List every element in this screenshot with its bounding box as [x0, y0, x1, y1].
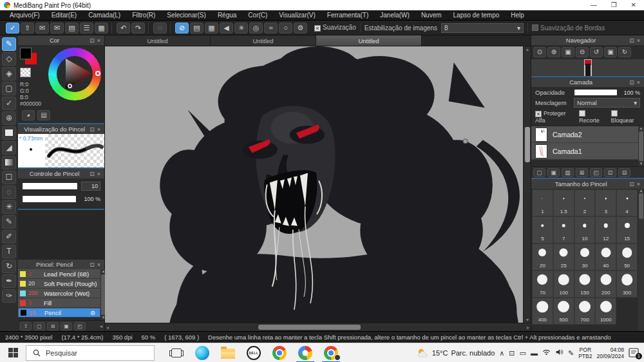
popout-icon[interactable]: ⊡ — [628, 79, 636, 86]
sv-triangle[interactable] — [48, 48, 101, 100]
scroll-right-icon[interactable]: ▸ — [527, 325, 529, 330]
document-tab[interactable]: Untitled — [105, 35, 211, 46]
rotate-left-icon[interactable]: ↺ — [590, 47, 603, 57]
new-1bit-layer-icon[interactable]: ▥ — [562, 168, 574, 177]
brush-size-cell[interactable]: 1 — [532, 189, 553, 216]
collapse-icon[interactable]: ◂ — [100, 323, 102, 329]
move-tool[interactable]: ⊕ — [2, 111, 16, 125]
close-icon[interactable]: × — [96, 126, 102, 133]
brush-item[interactable]: 5Fill — [18, 298, 100, 308]
lasso-tool[interactable]: ◌ — [2, 186, 16, 199]
hue-marker[interactable] — [95, 71, 100, 76]
popout-icon[interactable]: ⊡ — [628, 181, 636, 187]
menu-help[interactable]: Help — [505, 10, 530, 21]
file-explorer-icon[interactable] — [215, 343, 241, 362]
foreground-color-swatch[interactable] — [20, 48, 32, 59]
brush-size-cell[interactable]: 200 — [595, 271, 616, 298]
scroll-left-icon[interactable]: ◂ — [106, 325, 109, 330]
close-icon[interactable]: × — [96, 171, 102, 177]
display-icon[interactable]: ▭ — [520, 349, 526, 357]
volume-icon[interactable] — [555, 348, 564, 357]
brush-size-cell[interactable]: 300 — [616, 271, 638, 298]
shape-brush-tool[interactable]: ▢ — [2, 82, 16, 95]
zoom-in-icon[interactable]: ⊕ — [547, 47, 560, 57]
list-icon[interactable]: ☰ — [80, 23, 93, 33]
snap-indicator-icon[interactable]: ◌ — [153, 23, 167, 33]
close-icon[interactable]: × — [96, 37, 102, 44]
battery-icon[interactable]: ▬ — [531, 349, 538, 357]
popout-icon[interactable]: ⊡ — [88, 37, 96, 44]
rotate-right-icon[interactable]: ↻ — [618, 47, 631, 57]
brush-size-value[interactable]: 10 — [81, 182, 100, 191]
menu-janelaw[interactable]: Janela(W) — [374, 10, 415, 21]
magic-wand-tool[interactable]: ✳ — [2, 200, 16, 214]
canvas-vscrollbar[interactable]: ▲ ▼ — [523, 46, 531, 323]
document-tab[interactable]: Untitled — [316, 35, 422, 46]
menu-filtror[interactable]: Filtro(R) — [126, 10, 161, 21]
brush-size-cell[interactable]: 2 — [574, 189, 596, 216]
document-icon[interactable]: ▤ — [65, 23, 79, 33]
duplicate-layer-icon[interactable]: ⊡ — [604, 168, 616, 177]
snap-off-icon[interactable]: ⊘ — [175, 23, 189, 33]
bucket-tool[interactable]: ◢ — [2, 141, 16, 155]
brush-size-cell[interactable]: 10 — [574, 216, 596, 243]
grid-edit-icon[interactable]: ▦ — [95, 23, 108, 33]
new-brush-menu-icon[interactable]: ⊞ — [47, 322, 59, 330]
comment-icon[interactable]: ✉ — [35, 23, 49, 33]
popout-icon[interactable]: ⊡ — [628, 37, 636, 44]
text-tool[interactable]: T — [2, 245, 16, 258]
menu-visualizarv[interactable]: Visualizar(V) — [273, 10, 321, 21]
chevron-up-icon[interactable]: ∧ — [499, 349, 504, 357]
close-button[interactable]: ✕ — [631, 1, 636, 10]
eraser-tool[interactable]: ◇ — [2, 52, 16, 66]
zoom-out-icon[interactable]: ⊖ — [576, 47, 589, 57]
snap-grid-icon[interactable]: ▦ — [205, 23, 218, 33]
snap-concentric-icon[interactable]: ◎ — [249, 23, 263, 33]
menu-selecionars[interactable]: Selecionar(S) — [161, 10, 212, 21]
task-view-icon[interactable] — [164, 343, 189, 362]
palette-set-icon[interactable]: ▤ — [37, 110, 50, 120]
restore-button[interactable]: ❐ — [611, 1, 617, 10]
new-8bit-layer-icon[interactable]: ▣ — [547, 168, 560, 177]
eyedropper-tool[interactable]: ✒ — [2, 274, 16, 288]
layer-row[interactable]: 1Camada2 — [531, 126, 638, 143]
select-eraser-tool[interactable]: ✐ — [2, 230, 16, 243]
search-input[interactable]: Pesquisar — [26, 345, 155, 361]
brush-folder-icon[interactable]: ◰ — [74, 322, 86, 330]
layer-check-bloquear[interactable]: Bloquear — [611, 110, 640, 124]
transparent-color-swatch[interactable] — [20, 68, 31, 77]
cloud-brush-icon[interactable]: ⇧ — [20, 322, 32, 330]
menu-arquivof[interactable]: Arquivo(F) — [4, 10, 46, 21]
select-rect-tool[interactable]: ☐ — [2, 171, 16, 184]
brush-size-cell[interactable]: 3 — [595, 189, 616, 216]
new-layer-icon[interactable]: ▢ — [533, 168, 545, 177]
brush-size-cell[interactable]: 50 — [616, 243, 638, 271]
snap-parallel-icon[interactable]: ▤ — [190, 23, 204, 33]
pen-icon[interactable]: ✎ — [568, 349, 574, 357]
brush-tool[interactable]: ✎ — [2, 37, 16, 51]
hscrollbar-thumb[interactable] — [258, 325, 361, 330]
notification-center-icon[interactable]: 1 — [629, 348, 640, 358]
smudge-tool[interactable]: ◈ — [2, 67, 16, 81]
brush-size-cell[interactable]: 400 — [532, 298, 553, 325]
snap-curve-icon[interactable]: ≈ — [264, 23, 278, 33]
wifi-icon[interactable] — [542, 348, 551, 357]
save-icon[interactable]: ✓ — [6, 23, 19, 33]
brush-size-cell[interactable]: 20 — [532, 243, 553, 271]
layer-scrollbar[interactable]: ▲▼ — [638, 126, 644, 166]
start-button[interactable] — [0, 343, 26, 362]
menu-camadal[interactable]: Camada(L) — [82, 10, 126, 21]
menu-corc[interactable]: Cor(C) — [242, 10, 273, 21]
stabilization-select[interactable]: 8▾ — [441, 23, 524, 33]
canvas-artwork[interactable] — [105, 46, 523, 323]
fit-window-icon[interactable]: ▣ — [562, 47, 574, 57]
export-icon[interactable]: ⇧ — [21, 23, 34, 33]
zoom-spec-icon[interactable]: ⊙ — [533, 47, 546, 57]
snap-radial-icon[interactable]: ✳ — [234, 23, 248, 33]
redo-icon[interactable]: ↷ — [131, 23, 145, 33]
brush-size-slider[interactable] — [22, 182, 78, 190]
vscrollbar-thumb[interactable] — [525, 127, 530, 162]
snap-ellipse-icon[interactable]: ○ — [279, 23, 292, 33]
fit-screen-icon[interactable]: ▣ — [604, 47, 617, 57]
gradient-tool[interactable] — [2, 156, 16, 169]
